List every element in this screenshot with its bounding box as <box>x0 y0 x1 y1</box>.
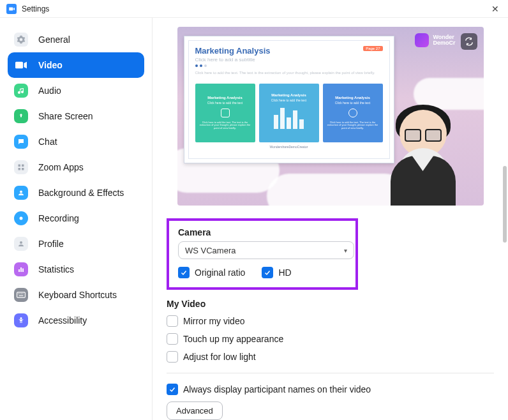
window-title: Settings <box>22 4 49 13</box>
sidebar-item-label: General <box>38 34 70 45</box>
svg-rect-3 <box>22 168 24 170</box>
slide-subtitle: Click here to add a subtitle <box>195 57 383 63</box>
monitor-icon <box>221 109 230 117</box>
video-icon <box>14 58 28 72</box>
chat-icon <box>14 135 28 149</box>
sidebar-item-label: Share Screen <box>38 111 93 121</box>
sidebar-item-label: Zoom Apps <box>38 162 84 172</box>
slide-title: Marketing Analysis <box>195 46 383 56</box>
sidebar-item-label: Accessibility <box>38 315 87 326</box>
slide-desc: Click here to add the text. The text is … <box>195 71 383 76</box>
scrollbar-thumb[interactable] <box>503 166 507 243</box>
touch-up-checkbox[interactable]: Touch up my appearance <box>167 333 494 345</box>
card-sub: Click here to add the text <box>271 98 306 102</box>
profile-icon <box>14 237 28 251</box>
sidebar-item-general[interactable]: General <box>8 27 144 52</box>
accessibility-icon <box>14 313 28 327</box>
svg-rect-0 <box>19 165 21 167</box>
sidebar-item-share-screen[interactable]: Share Screen <box>8 103 144 129</box>
statistics-icon <box>14 262 28 276</box>
app-icon <box>6 4 17 14</box>
sidebar-item-statistics[interactable]: Statistics <box>8 257 144 282</box>
card-text: Click here to add the text. The text is … <box>325 121 380 130</box>
checkbox-checked-icon <box>167 384 178 395</box>
rotate-camera-button[interactable] <box>461 33 477 50</box>
sidebar-item-recording[interactable]: Recording <box>8 206 144 231</box>
sidebar-item-keyboard-shortcuts[interactable]: Keyboard Shortcuts <box>8 282 144 308</box>
brand-badge: Wonder DemoCr <box>415 33 455 47</box>
svg-point-16 <box>20 317 22 319</box>
settings-content: Page 27 Marketing Analysis Click here to… <box>153 18 508 420</box>
sidebar-item-profile[interactable]: Profile <box>8 231 144 257</box>
sidebar-item-label: Audio <box>38 86 61 96</box>
advanced-button-label: Advanced <box>176 406 213 416</box>
gear-icon <box>14 33 28 47</box>
low-light-checkbox[interactable]: Adjust for low light <box>167 351 494 363</box>
sidebar-item-label: Statistics <box>38 264 74 274</box>
sidebar-item-chat[interactable]: Chat <box>8 129 144 154</box>
bar-chart-icon <box>274 106 304 129</box>
background-icon <box>14 186 28 200</box>
divider <box>167 373 494 373</box>
slide-card: Marketing Analysis Click here to add the… <box>259 84 319 142</box>
sidebar-item-accessibility[interactable]: Accessibility <box>8 308 144 333</box>
camera-section-label: Camera <box>178 227 347 237</box>
checkbox-label: Always display participant names on thei… <box>183 384 371 394</box>
svg-rect-14 <box>22 294 23 294</box>
clock-icon <box>348 109 357 117</box>
slide-page-badge: Page 27 <box>363 46 382 51</box>
camera-section-highlight: Camera WS VCamera ▾ Original ratio HD <box>167 218 358 290</box>
checkbox-label: HD <box>278 267 291 278</box>
checkbox-label: Touch up my appearance <box>183 334 283 344</box>
svg-point-5 <box>20 217 23 220</box>
mirror-video-checkbox[interactable]: Mirror my video <box>167 315 494 327</box>
sidebar-item-label: Chat <box>38 137 57 147</box>
svg-rect-15 <box>19 296 24 296</box>
checkbox-unchecked-icon <box>167 351 178 363</box>
brand-text: DemoCr <box>433 40 455 46</box>
advanced-button[interactable]: Advanced <box>167 401 223 420</box>
card-sub: Click here to add the text <box>207 101 243 105</box>
video-preview: Page 27 Marketing Analysis Click here to… <box>177 27 484 206</box>
settings-sidebar: General Video Audio Share Screen Chat <box>0 18 152 420</box>
apps-icon <box>14 160 28 174</box>
sidebar-item-audio[interactable]: Audio <box>8 78 144 103</box>
slide-card: Marketing Analysis Click here to add the… <box>323 84 383 142</box>
svg-rect-7 <box>19 269 20 272</box>
preview-slide: Page 27 Marketing Analysis Click here to… <box>184 36 394 163</box>
audio-icon <box>14 84 28 98</box>
checkbox-label: Adjust for low light <box>183 352 256 362</box>
sidebar-item-zoom-apps[interactable]: Zoom Apps <box>8 154 144 180</box>
participant-names-checkbox[interactable]: Always display participant names on thei… <box>167 384 494 395</box>
slide-card: Marketing Analysis Click here to add the… <box>195 84 255 142</box>
close-button[interactable]: ✕ <box>489 4 502 14</box>
original-ratio-checkbox[interactable]: Original ratio <box>178 267 245 278</box>
sidebar-item-label: Background & Effects <box>38 188 124 198</box>
avatar-body <box>385 148 461 206</box>
checkbox-checked-icon <box>262 267 273 278</box>
keyboard-icon <box>14 288 28 302</box>
slide-footer: WondershareDemoCreator <box>195 145 383 149</box>
brand-logo-icon <box>415 33 429 47</box>
my-video-section: My Video Mirror my video Touch up my app… <box>167 299 494 363</box>
titlebar: Settings ✕ <box>0 0 508 18</box>
svg-rect-12 <box>20 294 20 294</box>
svg-point-4 <box>20 191 22 193</box>
sidebar-item-label: Profile <box>38 239 64 249</box>
svg-point-6 <box>20 241 22 244</box>
sidebar-item-background-effects[interactable]: Background & Effects <box>8 180 144 206</box>
svg-rect-2 <box>19 168 21 170</box>
camera-select[interactable]: WS VCamera ▾ <box>178 241 354 259</box>
sidebar-item-label: Keyboard Shortcuts <box>38 290 117 300</box>
checkbox-unchecked-icon <box>167 315 178 327</box>
card-title: Marketing Analysis <box>271 93 306 97</box>
card-text: Click here to add the text. The text is … <box>198 121 253 130</box>
card-sub: Click here to add the text <box>335 101 370 105</box>
avatar-glasses <box>405 129 442 140</box>
checkbox-checked-icon <box>178 267 190 278</box>
card-title: Marketing Analysis <box>207 96 242 100</box>
svg-rect-9 <box>22 269 24 273</box>
checkbox-label: Original ratio <box>195 267 245 278</box>
sidebar-item-video[interactable]: Video <box>8 52 144 78</box>
hd-checkbox[interactable]: HD <box>262 267 291 278</box>
